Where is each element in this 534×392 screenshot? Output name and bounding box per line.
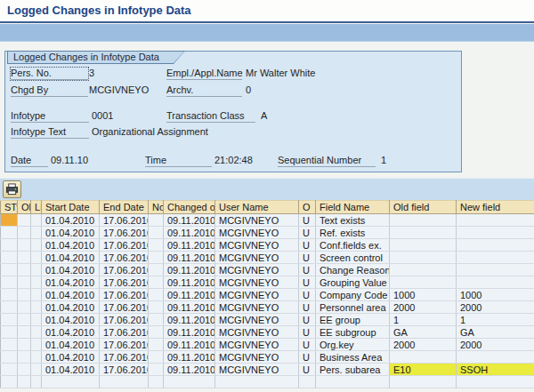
cell[interactable]: MCGIVNEYO <box>215 214 299 227</box>
cell[interactable]: 09.11.2010 <box>164 326 215 339</box>
panel-tab[interactable]: Logged Changes in Infotype Data <box>7 51 185 64</box>
cell[interactable]: U <box>299 326 316 339</box>
cell[interactable]: U <box>299 351 316 364</box>
cell[interactable]: Pers. subarea <box>316 364 390 376</box>
cell[interactable]: 2000 <box>390 301 457 314</box>
cell[interactable] <box>18 364 31 376</box>
cell[interactable]: 09.11.2010 <box>164 239 215 252</box>
cell[interactable]: 09.11.2010 <box>164 339 215 351</box>
cell[interactable] <box>149 314 164 326</box>
cell[interactable] <box>18 351 31 364</box>
cell[interactable]: 09.11.2010 <box>164 227 215 239</box>
cell[interactable]: 17.06.2010 <box>100 227 149 239</box>
column-header[interactable]: User Name <box>215 201 299 214</box>
cell[interactable] <box>18 276 31 289</box>
cell[interactable]: U <box>299 252 316 264</box>
cell[interactable]: 01.04.2010 <box>42 264 100 276</box>
cell[interactable]: MCGIVNEYO <box>215 326 299 339</box>
cell[interactable] <box>18 227 31 239</box>
cell[interactable]: 17.06.2010 <box>100 252 149 264</box>
cell[interactable]: 01.04.2010 <box>42 239 100 252</box>
cell[interactable] <box>390 252 457 264</box>
cell[interactable]: U <box>299 214 316 227</box>
cell[interactable] <box>18 289 31 301</box>
cell[interactable] <box>390 227 457 239</box>
cell[interactable] <box>390 239 457 252</box>
cell[interactable]: 09.11.2010 <box>164 252 215 264</box>
column-header[interactable]: LI <box>31 201 42 214</box>
cell[interactable]: GA <box>457 326 534 339</box>
column-header[interactable]: New field <box>457 201 534 214</box>
cell[interactable]: MCGIVNEYO <box>215 252 299 264</box>
cell[interactable] <box>390 276 457 289</box>
cell[interactable]: 01.04.2010 <box>42 276 100 289</box>
print-button[interactable] <box>3 180 21 198</box>
cell[interactable] <box>1 264 18 276</box>
cell[interactable]: U <box>299 339 316 351</box>
cell[interactable]: 17.06.2010 <box>100 339 149 351</box>
cell[interactable] <box>149 351 164 364</box>
cell[interactable]: 1 <box>390 314 457 326</box>
cell[interactable] <box>1 227 18 239</box>
cell[interactable]: U <box>299 264 316 276</box>
cell[interactable]: U <box>299 227 316 239</box>
cell[interactable] <box>149 227 164 239</box>
cell[interactable]: Business Area <box>316 351 390 364</box>
cell[interactable]: 01.04.2010 <box>42 314 100 326</box>
cell[interactable]: 09.11.2010 <box>164 214 215 227</box>
cell[interactable] <box>149 239 164 252</box>
cell[interactable] <box>31 252 42 264</box>
cell[interactable]: 17.06.2010 <box>100 239 149 252</box>
cell[interactable]: 01.04.2010 <box>42 252 100 264</box>
column-header[interactable]: STy. <box>1 201 18 214</box>
cell[interactable] <box>457 227 534 239</box>
cell[interactable]: 17.06.2010 <box>100 301 149 314</box>
cell[interactable]: 17.06.2010 <box>100 276 149 289</box>
cell[interactable]: 01.04.2010 <box>42 227 100 239</box>
cell[interactable]: Change Reason <box>316 264 390 276</box>
cell[interactable]: 2000 <box>457 339 534 351</box>
cell[interactable] <box>457 214 534 227</box>
cell[interactable] <box>1 314 18 326</box>
cell[interactable] <box>31 289 42 301</box>
cell[interactable] <box>149 364 164 376</box>
cell[interactable]: 2000 <box>390 339 457 351</box>
cell[interactable] <box>149 252 164 264</box>
cell[interactable]: U <box>299 239 316 252</box>
cell[interactable]: 09.11.2010 <box>164 364 215 376</box>
cell[interactable] <box>18 264 31 276</box>
cell[interactable] <box>149 301 164 314</box>
cell[interactable]: 1000 <box>457 289 534 301</box>
cell[interactable] <box>31 227 42 239</box>
cell[interactable]: Grouping Value <box>316 276 390 289</box>
cell[interactable]: 17.06.2010 <box>100 264 149 276</box>
cell[interactable] <box>390 214 457 227</box>
cell[interactable]: 01.04.2010 <box>42 351 100 364</box>
cell[interactable]: EE group <box>316 314 390 326</box>
cell[interactable]: 01.04.2010 <box>42 289 100 301</box>
cell[interactable]: Org.key <box>316 339 390 351</box>
column-header[interactable]: Obj. <box>18 201 31 214</box>
cell[interactable]: U <box>299 314 316 326</box>
cell[interactable] <box>1 289 18 301</box>
cell[interactable]: Text exists <box>316 214 390 227</box>
cell[interactable] <box>457 351 534 364</box>
cell[interactable] <box>31 339 42 351</box>
cell[interactable]: 1 <box>457 314 534 326</box>
cell[interactable]: SSOH <box>457 364 534 376</box>
cell[interactable]: MCGIVNEYO <box>215 239 299 252</box>
cell[interactable]: Personnel area <box>316 301 390 314</box>
cell[interactable]: MCGIVNEYO <box>215 351 299 364</box>
cell[interactable]: U <box>299 289 316 301</box>
cell[interactable]: Conf.fields ex. <box>316 239 390 252</box>
cell[interactable] <box>457 252 534 264</box>
cell[interactable] <box>1 351 18 364</box>
cell[interactable] <box>18 239 31 252</box>
cell[interactable] <box>149 276 164 289</box>
cell[interactable]: EE subgroup <box>316 326 390 339</box>
cell[interactable]: MCGIVNEYO <box>215 227 299 239</box>
cell[interactable]: MCGIVNEYO <box>215 276 299 289</box>
cell[interactable]: 17.06.2010 <box>100 326 149 339</box>
cell[interactable] <box>18 339 31 351</box>
cell[interactable] <box>31 314 42 326</box>
